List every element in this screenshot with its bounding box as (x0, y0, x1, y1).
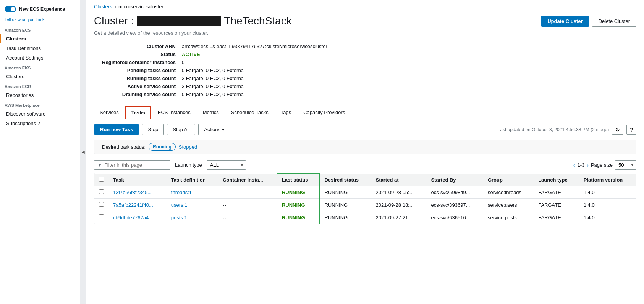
col-platform-version: Platform version (579, 174, 636, 186)
row-1-platform: 1.4.0 (579, 186, 636, 199)
running-label: Running tasks count (94, 76, 182, 81)
stopped-status-link[interactable]: Stopped (179, 144, 197, 150)
row-2-started-by: ecs-svc/393697... (427, 199, 483, 211)
row-1-task-def-link[interactable]: threads:1 (171, 190, 192, 195)
launch-type-select-wrap[interactable]: ALL FARGATE EC2 EXTERNAL (207, 160, 246, 170)
arn-row: Cluster ARN arn:aws:ecs:us-east-1:938794… (94, 43, 636, 49)
row-3-task-def-link[interactable]: posts:1 (171, 215, 187, 220)
launch-type-select[interactable]: ALL FARGATE EC2 EXTERNAL (207, 160, 246, 170)
tab-services[interactable]: Services (94, 106, 125, 119)
active-value: 3 Fargate, 0 EC2, 0 External (182, 84, 245, 89)
row-3-last-status: RUNNING (277, 211, 320, 224)
row-3-desired-status: RUNNING (319, 211, 371, 224)
row-3-task: cb9dbde7762a4... (108, 211, 167, 224)
row-3-checkbox-cell[interactable] (94, 211, 108, 224)
new-experience-toggle[interactable]: New ECS Experience (0, 4, 80, 14)
page-header: Cluster : TheTechStack Update Cluster De… (86, 11, 644, 30)
pending-row: Pending tasks count 0 Fargate, 0 EC2, 0 … (94, 68, 636, 73)
page-size-select-wrap[interactable]: 50 25 100 (615, 160, 636, 170)
page-subtitle: Get a detailed view of the resources on … (86, 30, 644, 40)
row-2-platform: 1.4.0 (579, 199, 636, 211)
col-started-at: Started at (371, 174, 427, 186)
sidebar-item-task-definitions[interactable]: Task Definitions (0, 43, 80, 53)
row-3-task-def: posts:1 (167, 211, 218, 224)
col-container-instance: Container insta... (218, 174, 277, 186)
col-last-status: Last status (277, 174, 320, 186)
actions-button[interactable]: Actions ▾ (198, 124, 230, 135)
tab-scheduled-tasks[interactable]: Scheduled Tasks (225, 106, 274, 119)
row-1-checkbox-cell[interactable] (94, 186, 108, 199)
tasks-table: Task Task definition Container insta... … (94, 173, 636, 224)
row-3-started-by: ecs-svc/636516... (427, 211, 483, 224)
tab-capacity-providers[interactable]: Capacity Providers (298, 106, 351, 119)
sidebar-collapse-toggle[interactable]: ◀ (80, 0, 86, 304)
sidebar-item-repositories[interactable]: Repositories (0, 90, 80, 100)
filter-bar: ▼ Launch type ALL FARGATE EC2 EXTERNAL ‹… (86, 157, 644, 173)
page-title: Cluster : TheTechStack (94, 15, 292, 27)
filter-input[interactable] (104, 162, 162, 168)
delete-cluster-button[interactable]: Delete Cluster (592, 16, 636, 27)
row-3-container: -- (218, 211, 277, 224)
row-1-checkbox[interactable] (99, 189, 104, 194)
tab-ecs-instances[interactable]: ECS Instances (152, 106, 196, 119)
header-buttons: Update Cluster Delete Cluster (541, 16, 636, 27)
col-launch-type: Launch type (534, 174, 579, 186)
running-status-pill[interactable]: Running (149, 143, 176, 151)
row-2-task-link[interactable]: 7a5afb22241f40... (113, 202, 153, 208)
row-2-task-def-link[interactable]: users:1 (171, 202, 188, 208)
row-3-task-link[interactable]: cb9dbde7762a4... (113, 215, 153, 220)
select-all-header[interactable] (94, 174, 108, 186)
sidebar-item-discover-software[interactable]: Discover software (0, 109, 80, 119)
actions-chevron-icon: ▾ (222, 127, 225, 132)
toggle-switch[interactable] (5, 6, 16, 12)
tab-tags[interactable]: Tags (275, 106, 297, 119)
reg-instances-label: Registered container instances (94, 60, 182, 65)
row-1-desired-status: RUNNING (319, 186, 371, 199)
breadcrumb-clusters-link[interactable]: Clusters (94, 4, 112, 10)
refresh-button[interactable]: ↻ (612, 125, 623, 135)
page-size-select[interactable]: 50 25 100 (615, 160, 636, 170)
col-desired-status: Desired status (319, 174, 371, 186)
tell-us-link[interactable]: Tell us what you think (0, 17, 80, 25)
row-2-last-status: RUNNING (277, 199, 320, 211)
tasks-table-wrap: Task Task definition Container insta... … (94, 173, 636, 224)
tab-metrics[interactable]: Metrics (197, 106, 225, 119)
toolbar-right: Last updated on October 3, 2021 4:56:38 … (498, 125, 636, 135)
external-link-icon: ↗ (37, 121, 40, 125)
row-3-group: service:posts (483, 211, 534, 224)
status-label: Status (94, 51, 182, 57)
update-cluster-button[interactable]: Update Cluster (541, 16, 589, 27)
launch-type-label: Launch type (175, 162, 202, 168)
cluster-info-table: Cluster ARN arn:aws:ecs:us-east-1:938794… (86, 40, 644, 106)
sidebar-item-clusters[interactable]: Clusters (0, 34, 80, 43)
status-value: ACTIVE (182, 51, 200, 57)
select-all-checkbox[interactable] (99, 177, 104, 182)
sidebar-item-account-settings[interactable]: Account Settings (0, 53, 80, 63)
row-2-group: service:users (483, 199, 534, 211)
stop-button[interactable]: Stop (142, 124, 164, 135)
sidebar-item-subscriptions[interactable]: Subscriptions ↗ (0, 119, 80, 128)
filter-input-wrap: ▼ (94, 160, 170, 170)
new-experience-label: New ECS Experience (19, 6, 65, 12)
next-page-button[interactable]: › (587, 162, 589, 168)
row-1-task-link[interactable]: 13f7e56f8f7345... (113, 190, 152, 195)
row-2-checkbox[interactable] (99, 202, 104, 207)
tabs-container: Services Tasks ECS Instances Metrics Sch… (86, 106, 644, 119)
tab-tasks[interactable]: Tasks (125, 106, 151, 119)
col-started-by: Started By (427, 174, 483, 186)
row-3-checkbox[interactable] (99, 214, 104, 219)
pagination-text: 1-3 (577, 162, 584, 168)
title-suffix: TheTechStack (224, 15, 291, 27)
help-button[interactable]: ? (626, 125, 636, 135)
status-row: Status ACTIVE (94, 51, 636, 57)
stop-all-button[interactable]: Stop All (167, 124, 195, 135)
prev-page-button[interactable]: ‹ (573, 162, 575, 168)
col-task-definition: Task definition (167, 174, 218, 186)
run-new-task-button[interactable]: Run new Task (94, 124, 139, 135)
sidebar-item-eks-clusters[interactable]: Clusters (0, 72, 80, 81)
row-1-container: -- (218, 186, 277, 199)
collapse-icon: ◀ (82, 150, 85, 154)
row-2-checkbox-cell[interactable] (94, 199, 108, 211)
table-row: cb9dbde7762a4... posts:1 -- RUNNING RUNN… (94, 211, 636, 224)
pending-value: 0 Fargate, 0 EC2, 0 External (182, 68, 245, 73)
